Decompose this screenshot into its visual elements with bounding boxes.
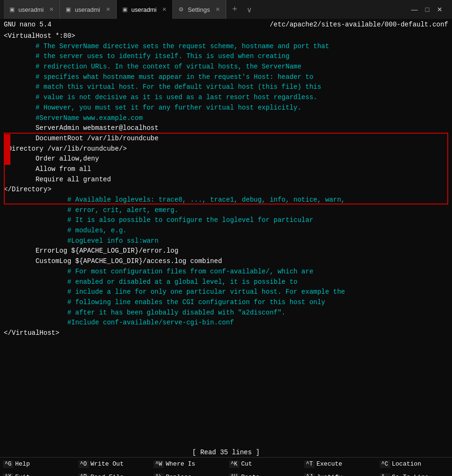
editor-line-32: #Include conf-available/serve-cgi-bin.co… — [0, 318, 452, 328]
shortcut-label-2: Where Is — [166, 460, 195, 468]
tab-settings[interactable]: ⚙ Settings ✕ — [173, 0, 226, 19]
tab-dropdown[interactable]: ∨ — [243, 5, 256, 14]
shortcut-label-11: Go To Line — [392, 474, 429, 476]
shortcut-2[interactable]: ^WWhere Is — [151, 458, 226, 471]
shortcut-label-4: Execute — [316, 460, 342, 468]
nano-header: GNU nano 5.4 /etc/apache2/sites-availabl… — [0, 19, 452, 30]
editor-line-12: <Directory /var/lib/roundcube/> — [0, 144, 452, 154]
editor-line-1: # The ServerName directive sets the requ… — [0, 42, 452, 52]
tab-3-label: useradmi — [131, 6, 156, 13]
tab-1-close[interactable]: ✕ — [49, 6, 54, 13]
editor-line-11: DocumentRoot /var/lib/roundcube — [0, 134, 452, 144]
shortcut-key-1: ^O — [78, 460, 89, 468]
tab-3-close[interactable]: ✕ — [162, 6, 167, 13]
shortcut-key-11: ^_ — [380, 473, 390, 476]
new-tab-button[interactable]: + — [226, 0, 243, 19]
shortcut-label-6: Exit — [15, 474, 30, 476]
tab-2-close[interactable]: ✕ — [106, 6, 111, 13]
shortcut-6[interactable]: ^XExit — [0, 471, 76, 476]
editor-line-8: #ServerName www.example.com — [0, 113, 452, 124]
status-text: [ Read 35 lines ] — [192, 449, 260, 456]
tab-settings-close[interactable]: ✕ — [215, 6, 220, 13]
terminal-icon-3: ▣ — [122, 6, 128, 13]
editor-line-28: # enabled or disabled at a global level,… — [0, 277, 452, 288]
shortcut-8[interactable]: ^\Replace — [151, 471, 226, 476]
tab-3[interactable]: ▣ useradmi ✕ — [117, 0, 173, 19]
shortcut-key-0: ^G — [3, 460, 13, 468]
shortcut-label-8: Replace — [166, 474, 192, 476]
window-controls: — □ ✕ — [406, 6, 448, 13]
shortcut-key-9: ^U — [229, 473, 239, 476]
tab-settings-label: Settings — [188, 6, 210, 13]
shortcut-key-10: ^J — [304, 473, 315, 476]
tab-2[interactable]: ▣ useradmi ✕ — [60, 0, 116, 19]
shortcut-9[interactable]: ^UPaste — [226, 471, 302, 476]
editor-line-22: #LogLevel info ssl:warn — [0, 236, 452, 246]
editor-line-27: # For most configuration files from conf… — [0, 267, 452, 277]
editor-line-15: Require all granted — [0, 175, 452, 185]
editor-area[interactable]: <VirtualHost *:80> # The ServerName dire… — [0, 30, 452, 448]
shortcut-3[interactable]: ^KCut — [226, 458, 302, 471]
gear-icon: ⚙ — [179, 6, 184, 13]
shortcut-label-3: Cut — [241, 460, 252, 468]
status-bar: [ Read 35 lines ] — [0, 448, 452, 457]
editor-line-18: # Available loglevels: trace8, ..., trac… — [0, 195, 452, 205]
terminal-icon-2: ▣ — [66, 6, 71, 13]
editor-line-5: # match this virtual host. For the defau… — [0, 82, 452, 93]
shortcut-key-3: ^K — [229, 460, 239, 468]
tab-1[interactable]: ▣ useradmi ✕ — [4, 0, 60, 19]
shortcut-7[interactable]: ^RRead File — [76, 471, 151, 476]
editor-line-2: # the server uses to identify itself. Th… — [0, 51, 452, 62]
titlebar: ▣ useradmi ✕ ▣ useradmi ✕ ▣ useradmi ✕ ⚙… — [0, 0, 452, 19]
editor-line-7: # However, you must set it for any furth… — [0, 103, 452, 113]
editor-line-33: </VirtualHost> — [0, 328, 452, 339]
editor-line-3: # redirection URLs. In the context of vi… — [0, 62, 452, 72]
editor-line-19: # error, crit, alert, emerg. — [0, 205, 452, 216]
tab-1-label: useradmi — [18, 6, 43, 13]
red-indicator-bar — [4, 134, 10, 165]
shortcut-11[interactable]: ^_Go To Line — [377, 471, 452, 476]
shortcut-key-4: ^T — [304, 460, 315, 468]
shortcut-key-7: ^R — [78, 473, 89, 476]
shortcuts-bar: ^GHelp^OWrite Out^WWhere Is^KCut^TExecut… — [0, 457, 452, 476]
shortcut-10[interactable]: ^JJustify — [301, 471, 377, 476]
shortcut-key-8: ^\ — [154, 473, 164, 476]
shortcut-label-0: Help — [15, 460, 30, 468]
shortcut-1[interactable]: ^OWrite Out — [76, 458, 151, 471]
nano-filepath: /etc/apache2/sites-available/000-default… — [270, 21, 448, 28]
shortcut-4[interactable]: ^TExecute — [301, 458, 377, 471]
shortcut-label-10: Justify — [316, 474, 342, 476]
maximize-button[interactable]: □ — [426, 6, 429, 13]
shortcut-0[interactable]: ^GHelp — [0, 458, 76, 471]
editor-line-24: ErrorLog ${APACHE_LOG_DIR}/error.log — [0, 246, 452, 256]
shortcut-key-5: ^C — [380, 460, 390, 468]
shortcut-label-9: Paste — [241, 474, 260, 476]
close-button[interactable]: ✕ — [437, 6, 443, 13]
shortcut-label-5: Location — [392, 460, 421, 468]
shortcut-key-2: ^W — [154, 460, 164, 468]
shortcut-key-6: ^X — [3, 473, 13, 476]
editor-line-14: Allow from all — [0, 164, 452, 175]
shortcut-label-1: Write Out — [91, 460, 124, 468]
editor-line-20: # It is also possible to configure the l… — [0, 215, 452, 226]
editor-line-21: # modules, e.g. — [0, 226, 452, 236]
minimize-button[interactable]: — — [411, 6, 418, 13]
editor-line-0: <VirtualHost *:80> — [0, 31, 452, 42]
editor-line-4: # specifies what hostname must appear in… — [0, 72, 452, 83]
editor-line-10: ServerAdmin webmaster@localhost — [0, 123, 452, 134]
terminal-icon-1: ▣ — [9, 6, 15, 13]
editor-line-6: # value is not decisive as it is used as… — [0, 93, 452, 103]
shortcut-5[interactable]: ^CLocation — [377, 458, 452, 471]
editor-line-31: # after it has been globally disabled wi… — [0, 308, 452, 318]
nano-version: GNU nano 5.4 — [4, 21, 51, 28]
shortcut-label-7: Read File — [91, 474, 124, 476]
editor-line-16: </Directory> — [0, 185, 452, 195]
editor-line-25: CustomLog ${APACHE_LOG_DIR}/access.log c… — [0, 256, 452, 267]
editor-line-29: # include a line for only one particular… — [0, 287, 452, 298]
tab-2-label: useradmi — [75, 6, 100, 13]
editor-line-13: Order allow,deny — [0, 154, 452, 164]
editor-line-30: # following line enables the CGI configu… — [0, 298, 452, 308]
